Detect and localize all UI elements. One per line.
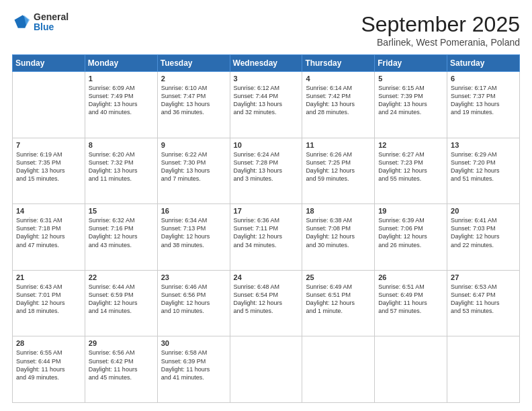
day-info-line: Daylight: 13 hours bbox=[89, 100, 154, 108]
day-info-line: and 57 minutes. bbox=[378, 307, 443, 315]
day-info-line: and 5 minutes. bbox=[234, 307, 299, 315]
day-info-line: Daylight: 12 hours bbox=[89, 232, 154, 240]
day-info-line: Sunrise: 6:58 AM bbox=[161, 349, 226, 357]
day-info-line: Sunrise: 6:19 AM bbox=[16, 150, 81, 158]
calendar-cell bbox=[13, 72, 85, 138]
title-block: September 2025 Barlinek, West Pomerania,… bbox=[361, 12, 520, 48]
day-info-line: Sunset: 6:39 PM bbox=[161, 357, 226, 365]
day-info-line: Daylight: 13 hours bbox=[234, 100, 299, 108]
day-number: 16 bbox=[161, 207, 226, 215]
day-number: 10 bbox=[234, 141, 299, 149]
logo: General Blue bbox=[12, 12, 69, 33]
calendar-cell: 17Sunrise: 6:36 AMSunset: 7:11 PMDayligh… bbox=[230, 204, 302, 271]
day-info-line: and 7 minutes. bbox=[161, 175, 226, 183]
day-info-line: Sunrise: 6:55 AM bbox=[16, 349, 81, 357]
day-info-line: Sunset: 6:49 PM bbox=[378, 291, 443, 299]
day-info-line: Daylight: 13 hours bbox=[451, 100, 516, 108]
day-info-line: Sunset: 7:42 PM bbox=[306, 92, 371, 100]
day-info-line: Sunrise: 6:38 AM bbox=[306, 216, 371, 224]
day-info-line: Sunset: 7:06 PM bbox=[378, 224, 443, 232]
day-info-line: Sunrise: 6:10 AM bbox=[161, 84, 226, 92]
day-info-line: Sunrise: 6:46 AM bbox=[161, 283, 226, 291]
day-info-line: Sunrise: 6:15 AM bbox=[378, 84, 443, 92]
calendar-week-row: 14Sunrise: 6:31 AMSunset: 7:18 PMDayligh… bbox=[13, 204, 520, 271]
day-info-line: Sunset: 7:08 PM bbox=[306, 224, 371, 232]
day-info-line: and 24 minutes. bbox=[378, 108, 443, 116]
day-info-line: and 18 minutes. bbox=[16, 307, 81, 315]
day-info-line: and 14 minutes. bbox=[89, 307, 154, 315]
calendar-cell: 25Sunrise: 6:49 AMSunset: 6:51 PMDayligh… bbox=[302, 270, 375, 336]
logo-icon bbox=[12, 13, 31, 32]
weekday-header-monday: Monday bbox=[85, 55, 157, 72]
day-info-line: Sunset: 6:44 PM bbox=[16, 357, 81, 365]
day-number: 12 bbox=[378, 141, 443, 149]
day-info-line: Sunset: 7:01 PM bbox=[16, 291, 81, 299]
day-info-line: Sunrise: 6:14 AM bbox=[306, 84, 371, 92]
day-number: 24 bbox=[234, 273, 299, 281]
day-info-line: and 1 minute. bbox=[306, 307, 371, 315]
day-info-line: Daylight: 13 hours bbox=[16, 167, 81, 175]
day-info-line: and 10 minutes. bbox=[161, 307, 226, 315]
calendar-cell: 8Sunrise: 6:20 AMSunset: 7:32 PMDaylight… bbox=[85, 138, 157, 204]
day-info-line: Sunset: 7:11 PM bbox=[234, 224, 299, 232]
day-info-line: and 47 minutes. bbox=[16, 241, 81, 249]
calendar-cell: 13Sunrise: 6:29 AMSunset: 7:20 PMDayligh… bbox=[447, 138, 520, 204]
day-info-line: Sunrise: 6:31 AM bbox=[16, 216, 81, 224]
day-info-line: Daylight: 11 hours bbox=[16, 365, 81, 373]
day-info-line: Sunset: 7:03 PM bbox=[451, 224, 516, 232]
day-number: 9 bbox=[161, 141, 226, 149]
calendar-cell bbox=[447, 336, 520, 403]
day-info-line: Sunset: 7:13 PM bbox=[161, 224, 226, 232]
logo-general-text: General bbox=[34, 12, 69, 22]
weekday-header-thursday: Thursday bbox=[302, 55, 375, 72]
calendar-cell bbox=[230, 336, 302, 403]
day-info-line: Sunset: 7:49 PM bbox=[89, 92, 154, 100]
calendar-cell: 9Sunrise: 6:22 AMSunset: 7:30 PMDaylight… bbox=[157, 138, 230, 204]
day-info-line: and 55 minutes. bbox=[378, 175, 443, 183]
day-info-line: and 36 minutes. bbox=[161, 108, 226, 116]
day-number: 30 bbox=[161, 339, 226, 347]
calendar-cell: 2Sunrise: 6:10 AMSunset: 7:47 PMDaylight… bbox=[157, 72, 230, 138]
day-info-line: Daylight: 12 hours bbox=[378, 167, 443, 175]
day-info-line: Daylight: 11 hours bbox=[378, 299, 443, 307]
day-info-line: Daylight: 11 hours bbox=[161, 365, 226, 373]
calendar-cell: 10Sunrise: 6:24 AMSunset: 7:28 PMDayligh… bbox=[230, 138, 302, 204]
calendar-cell: 4Sunrise: 6:14 AMSunset: 7:42 PMDaylight… bbox=[302, 72, 375, 138]
day-info-line: Daylight: 13 hours bbox=[306, 100, 371, 108]
day-info-line: and 26 minutes. bbox=[378, 241, 443, 249]
day-info-line: and 28 minutes. bbox=[306, 108, 371, 116]
calendar-table: SundayMondayTuesdayWednesdayThursdayFrid… bbox=[12, 54, 520, 403]
day-info-line: Sunset: 7:37 PM bbox=[451, 92, 516, 100]
day-info-line: and 51 minutes. bbox=[451, 175, 516, 183]
day-info-line: Sunrise: 6:53 AM bbox=[451, 283, 516, 291]
day-info-line: Daylight: 11 hours bbox=[89, 365, 154, 373]
day-number: 8 bbox=[89, 141, 154, 149]
day-info-line: Sunset: 6:51 PM bbox=[306, 291, 371, 299]
calendar-week-row: 28Sunrise: 6:55 AMSunset: 6:44 PMDayligh… bbox=[13, 336, 520, 403]
day-info-line: Sunrise: 6:56 AM bbox=[89, 349, 154, 357]
day-info-line: and 15 minutes. bbox=[16, 175, 81, 183]
day-number: 27 bbox=[451, 273, 516, 281]
day-info-line: Daylight: 13 hours bbox=[378, 100, 443, 108]
day-number: 4 bbox=[306, 75, 371, 83]
day-info-line: Daylight: 12 hours bbox=[451, 232, 516, 240]
calendar-cell: 26Sunrise: 6:51 AMSunset: 6:49 PMDayligh… bbox=[375, 270, 447, 336]
day-number: 20 bbox=[451, 207, 516, 215]
calendar-cell: 22Sunrise: 6:44 AMSunset: 6:59 PMDayligh… bbox=[85, 270, 157, 336]
day-info-line: Daylight: 12 hours bbox=[451, 167, 516, 175]
day-info-line: Sunset: 7:30 PM bbox=[161, 158, 226, 167]
day-number: 29 bbox=[89, 339, 154, 347]
calendar-cell: 30Sunrise: 6:58 AMSunset: 6:39 PMDayligh… bbox=[157, 336, 230, 403]
calendar-cell: 23Sunrise: 6:46 AMSunset: 6:56 PMDayligh… bbox=[157, 270, 230, 336]
day-info-line: Daylight: 12 hours bbox=[16, 232, 81, 240]
calendar-cell: 16Sunrise: 6:34 AMSunset: 7:13 PMDayligh… bbox=[157, 204, 230, 271]
calendar-cell: 1Sunrise: 6:09 AMSunset: 7:49 PMDaylight… bbox=[85, 72, 157, 138]
calendar-cell bbox=[302, 336, 375, 403]
day-info-line: Sunrise: 6:51 AM bbox=[378, 283, 443, 291]
day-number: 26 bbox=[378, 273, 443, 281]
day-info-line: Sunrise: 6:43 AM bbox=[16, 283, 81, 291]
day-number: 17 bbox=[234, 207, 299, 215]
day-info-line: Sunset: 7:25 PM bbox=[306, 158, 371, 167]
day-info-line: Sunrise: 6:29 AM bbox=[451, 150, 516, 158]
day-info-line: Sunrise: 6:17 AM bbox=[451, 84, 516, 92]
